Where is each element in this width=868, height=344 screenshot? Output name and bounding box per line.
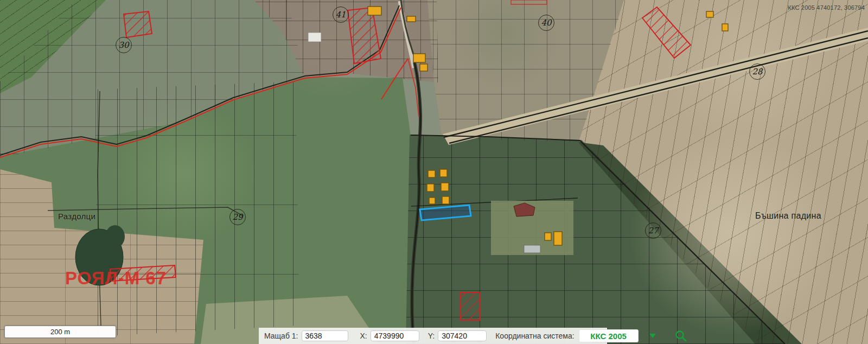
- crs-selected-value: ККС 2005: [590, 332, 626, 341]
- map-scale-bar: 200 m: [4, 326, 116, 338]
- crs-label: Координатна система:: [495, 332, 574, 340]
- crs-dropdown[interactable]: ККС 2005: [579, 329, 639, 342]
- zone-number-40: 40: [538, 15, 554, 31]
- scale-input[interactable]: [302, 330, 348, 341]
- zone-number-41: 41: [333, 7, 349, 23]
- scale-bar-label: 200 m: [50, 328, 70, 336]
- x-coordinate-label: X:: [360, 332, 367, 340]
- zone-number-29: 29: [229, 209, 246, 225]
- x-coordinate-input[interactable]: [371, 330, 419, 341]
- map-toolbar: Мащаб 1: X: Y: Координатна система: ККС …: [259, 328, 607, 344]
- zone-number-label: 41: [335, 10, 346, 20]
- search-icon: [674, 329, 687, 342]
- zone-number-27: 27: [645, 222, 661, 239]
- y-coordinate-label: Y:: [428, 332, 435, 340]
- zone-number-28: 28: [749, 63, 765, 80]
- zone-number-label: 30: [118, 40, 129, 50]
- zone-number-label: 27: [648, 226, 658, 235]
- zone-number-label: 40: [541, 18, 551, 28]
- search-button[interactable]: [674, 329, 687, 343]
- watermark-royal-m-67: РОЯЛ-М 67: [65, 268, 167, 289]
- y-coordinate-input[interactable]: [438, 330, 487, 341]
- scale-label: Мащаб 1:: [264, 332, 298, 340]
- map-canvas[interactable]: 30 41 40 28 29 27 Раздолци Бъшина падина…: [0, 0, 868, 344]
- zone-number-label: 29: [232, 212, 242, 222]
- chevron-down-icon[interactable]: [649, 334, 656, 338]
- place-label-razdolci: Раздолци: [58, 212, 95, 221]
- zone-number-label: 28: [752, 67, 762, 77]
- cursor-coordinates-readout: ККС 2005 4740172, 306794: [788, 4, 865, 11]
- place-label-bashina-padina: Бъшина падина: [755, 211, 821, 221]
- zone-number-30: 30: [116, 37, 132, 53]
